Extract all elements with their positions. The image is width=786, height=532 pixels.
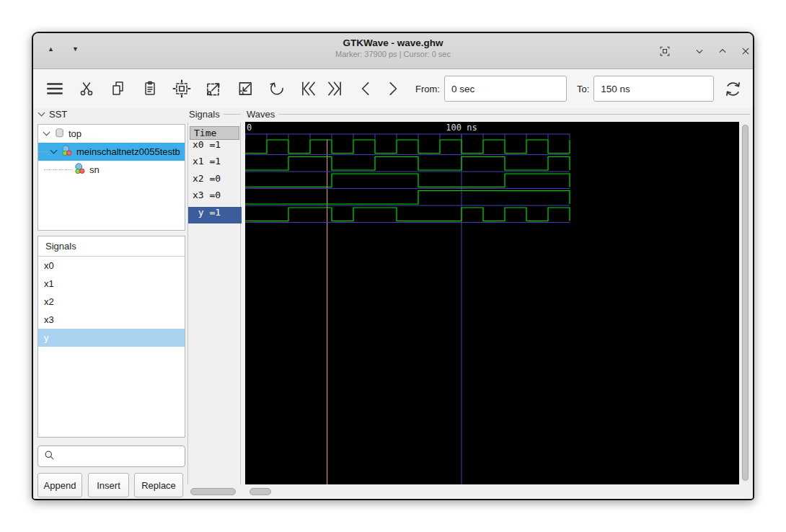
svg-text:100 ns: 100 ns [446,123,477,133]
menu-icon[interactable] [42,76,68,102]
names-hscrollbar-thumb[interactable] [190,488,236,495]
wave-viewport[interactable]: 0100 ns [245,122,739,484]
paste-icon[interactable] [137,76,163,102]
hierarchy-icon [74,163,86,177]
tree-item-meinschaltnetz[interactable]: meinschaltnetz0055testb [38,143,185,161]
wave-vscrollbar[interactable] [741,123,749,484]
maximize-icon[interactable] [714,43,731,60]
sst-label: SST [49,109,67,120]
signal-list-item[interactable]: x1 [38,275,185,293]
signal-name-row[interactable]: x1 =1 [188,156,242,173]
zoom-out-icon[interactable] [232,76,258,102]
zoom-fit-icon[interactable] [169,76,195,102]
signal-list-item[interactable]: x3 [38,311,185,329]
wave-hscrollbar[interactable] [244,486,751,497]
archive-icon [54,128,65,141]
search-icon [44,450,55,464]
step-back-icon[interactable] [353,76,379,102]
sst-tree: top meinschaltnetz0055testb sn [37,124,185,231]
wave-vscrollbar-thumb[interactable] [742,125,749,481]
signal-name-row-selected[interactable]: y =1 [188,207,242,224]
window-title: GTKWave - wave.ghw [33,37,753,48]
cut-icon[interactable] [74,76,100,102]
step-forward-icon[interactable] [379,76,405,102]
to-input[interactable] [593,76,714,102]
search-input[interactable] [59,451,189,463]
signal-search[interactable] [37,445,185,467]
reload-icon[interactable] [720,76,746,102]
signal-list-item[interactable]: x0 [38,257,185,275]
undo-icon[interactable] [264,76,290,102]
chevron-down-icon [38,110,45,117]
chevron-down-icon[interactable] [50,147,58,154]
marker-cursor-status: Marker: 37900 ps | Cursor: 0 sec [33,50,753,58]
svg-text:0: 0 [247,123,252,133]
insert-button[interactable]: Insert [88,473,129,497]
restore-icon[interactable] [656,43,674,60]
tree-item-label: sn [89,164,100,175]
close-icon[interactable] [737,43,754,60]
signals-column-frame-label: Signals [189,109,241,120]
skip-to-start-icon[interactable] [296,76,322,102]
signal-list-item[interactable]: x2 [38,293,185,311]
main-area: SST top meinschaltnetz0055testb sn [33,108,753,499]
signals-panel-header: Signals [38,236,185,257]
signal-name-row[interactable]: x2 =0 [188,173,242,190]
to-label: To: [577,84,589,94]
append-button[interactable]: Append [37,473,82,497]
signal-name-row[interactable]: x3 =0 [188,190,242,207]
from-label: From: [415,84,440,94]
tree-item-label: meinschaltnetz0055testb [76,146,180,157]
skip-to-end-icon[interactable] [322,76,348,102]
signal-list-item-selected[interactable]: y [38,329,185,347]
signal-search-panel: Signals x0 x1 x2 x3 y [37,236,185,438]
tree-item-label: top [69,128,81,139]
hierarchy-icon [61,145,73,159]
signal-names-column: Time x0 =1 x1 =1 x2 =0 x3 =0 y =1 [187,123,241,484]
tree-item-sn[interactable]: sn [38,161,185,179]
wave-canvas[interactable]: 0100 ns [245,122,739,484]
minimize-icon[interactable] [691,43,708,60]
titlebar[interactable]: ▲ ▼ GTKWave - wave.ghw Marker: 37900 ps … [33,33,753,69]
toolbar: From: To: [33,69,753,108]
signal-name-row[interactable]: x0 =1 [188,139,242,156]
replace-button[interactable]: Replace [134,473,183,497]
sst-expander[interactable]: SST [37,109,67,120]
tree-item-top[interactable]: top [38,125,185,143]
time-header[interactable]: Time [190,126,239,140]
gtkwave-window: ▲ ▼ GTKWave - wave.ghw Marker: 37900 ps … [32,32,754,500]
wave-panel: 0100 ns [244,121,751,486]
chevron-down-icon[interactable] [43,129,50,136]
wave-hscrollbar-thumb[interactable] [250,488,271,495]
waves-frame-label: Waves [247,109,750,120]
copy-icon[interactable] [105,76,131,102]
names-hscrollbar[interactable] [187,486,241,497]
zoom-in-icon[interactable] [200,76,226,102]
from-input[interactable] [444,76,567,102]
